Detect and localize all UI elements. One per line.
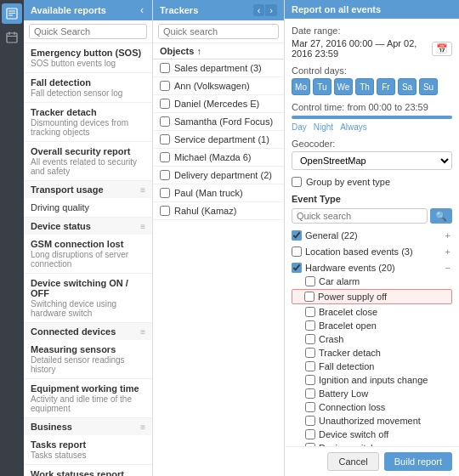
event-group-label: Hardware events (20) — [305, 263, 440, 273]
tracker-name: Daniel (Mercedes E) — [174, 99, 259, 109]
event-group-header: Hardware events (20)− — [292, 261, 452, 275]
day-btn-th[interactable]: Th — [355, 78, 374, 95]
report-item[interactable]: GSM connection lostLong disruptions of s… — [24, 235, 152, 274]
tracker-item[interactable]: Service department (1) — [153, 131, 284, 149]
trackers-search-input[interactable] — [158, 24, 279, 39]
available-reports-header: Available reports ‹ — [24, 0, 152, 20]
event-group: Location based events (3)+ — [292, 245, 452, 258]
reports-nav-icon[interactable] — [2, 3, 22, 24]
tracker-checkbox[interactable] — [160, 152, 170, 162]
tracker-name: Michael (Mazda 6) — [174, 152, 251, 162]
reports-search-input[interactable] — [29, 24, 147, 39]
group-by-event-row: Group by event type — [292, 177, 452, 187]
event-item-label: Ignition and inputs change — [319, 375, 428, 385]
event-group-expand-button[interactable]: + — [444, 230, 452, 241]
report-item[interactable]: Measuring sensorsDetailed sensor reading… — [24, 340, 152, 379]
report-item[interactable]: Device switching ON / OFFSwitching devic… — [24, 274, 152, 323]
event-item-checkbox[interactable] — [305, 375, 315, 385]
tracker-item[interactable]: Daniel (Mercedes E) — [153, 95, 284, 113]
report-item[interactable]: Tracker detachDismounting devices from t… — [24, 103, 152, 142]
geocoder-select[interactable]: OpenStreetMapGoogleYandex — [292, 151, 452, 170]
report-title: Measuring sensors — [31, 344, 145, 354]
section-icon: ≡ — [140, 422, 145, 432]
event-search-button[interactable]: 🔍 — [430, 208, 452, 224]
event-group-checkbox[interactable] — [292, 230, 302, 241]
report-item[interactable]: Equipment working timeActivity and idle … — [24, 379, 152, 418]
day-btn-we[interactable]: We — [334, 78, 353, 95]
tracker-checkbox[interactable] — [160, 99, 170, 109]
tracker-name: Samantha (Ford Focus) — [174, 116, 273, 127]
date-range-label: Date range: — [292, 26, 452, 36]
time-link-always[interactable]: Always — [340, 122, 367, 132]
tracker-item[interactable]: Paul (Man truck) — [153, 184, 284, 202]
event-item-checkbox[interactable] — [305, 348, 315, 358]
report-item[interactable]: Fall detectionFall detection sensor log — [24, 73, 152, 103]
tracker-checkbox[interactable] — [160, 170, 170, 180]
event-item-checkbox[interactable] — [305, 429, 315, 439]
section-header: Business≡ — [24, 418, 152, 435]
event-item-checkbox[interactable] — [305, 276, 315, 286]
cancel-button[interactable]: Cancel — [327, 452, 378, 471]
event-group-checkbox[interactable] — [292, 246, 302, 257]
section-icon: ≡ — [140, 222, 145, 231]
event-item-checkbox[interactable] — [305, 307, 315, 317]
report-title: Device switching ON / OFF — [31, 278, 145, 298]
event-group-label: Location based events (3) — [305, 246, 440, 257]
report-item[interactable]: Emergency button (SOS)SOS button events … — [24, 43, 152, 73]
tracker-checkbox[interactable] — [160, 63, 170, 73]
tracker-item[interactable]: Sales department (3) — [153, 60, 284, 77]
report-title: Overall security report — [31, 146, 145, 156]
event-item-checkbox[interactable] — [305, 334, 315, 344]
event-group-expand-button[interactable]: + — [444, 246, 452, 257]
event-item: Car alarm — [292, 275, 452, 288]
tracker-checkbox[interactable] — [160, 81, 170, 91]
tracker-item[interactable]: Delivery department (2) — [153, 167, 284, 184]
footer-buttons: Cancel Build report — [285, 446, 459, 476]
tracker-item[interactable]: Samantha (Ford Focus) — [153, 113, 284, 131]
section-label: Transport usage — [31, 184, 104, 195]
tracker-item[interactable]: Ann (Volkswagen) — [153, 77, 284, 95]
report-item[interactable]: Work statuses reportStatus changes histo… — [24, 465, 152, 476]
day-btn-su[interactable]: Su — [419, 78, 438, 95]
report-desc: Detailed sensor readings history — [31, 355, 145, 374]
trackers-next-button[interactable]: › — [265, 4, 277, 16]
simple-report-item[interactable]: Driving quality — [24, 198, 152, 218]
trackers-prev-button[interactable]: ‹ — [253, 4, 265, 16]
day-btn-sa[interactable]: Sa — [398, 78, 416, 95]
event-item: Unauthorized movement — [292, 414, 452, 428]
day-btn-mo[interactable]: Mo — [292, 78, 310, 95]
tracker-checkbox[interactable] — [160, 188, 170, 198]
report-item[interactable]: Tasks reportTasks statuses — [24, 435, 152, 465]
event-item-checkbox[interactable] — [305, 320, 315, 331]
time-link-day[interactable]: Day — [292, 122, 307, 132]
event-item-checkbox[interactable] — [304, 292, 314, 302]
tracker-item[interactable]: Michael (Mazda 6) — [153, 149, 284, 167]
day-btn-tu[interactable]: Tu — [313, 78, 332, 95]
time-link-night[interactable]: Night — [314, 122, 333, 132]
event-group-checkbox[interactable] — [292, 263, 302, 273]
day-btn-fr[interactable]: Fr — [377, 78, 395, 95]
time-slider[interactable] — [292, 116, 452, 119]
calendar-button[interactable]: 📅 — [432, 42, 452, 56]
collapse-panel-button[interactable]: ‹ — [139, 4, 145, 16]
event-search-input[interactable] — [292, 208, 428, 224]
event-item-checkbox[interactable] — [305, 416, 315, 426]
event-item-checkbox[interactable] — [305, 402, 315, 412]
group-by-event-checkbox[interactable] — [292, 177, 302, 187]
event-item: Fall detection — [292, 360, 452, 373]
report-settings-body: Date range: Mar 27, 2016 00:00 — Apr 02,… — [285, 19, 459, 446]
event-item-checkbox[interactable] — [305, 361, 315, 371]
report-title: Tracker detach — [31, 107, 145, 117]
tracker-checkbox[interactable] — [160, 134, 170, 144]
event-item: Crash — [292, 332, 452, 346]
tracker-checkbox[interactable] — [160, 116, 170, 127]
report-title: Work statuses report — [31, 469, 145, 476]
event-item-label: Car alarm — [319, 276, 360, 286]
tracker-checkbox[interactable] — [160, 206, 170, 216]
report-item[interactable]: Overall security reportAll events relate… — [24, 142, 152, 181]
event-group-expand-button[interactable]: − — [444, 263, 452, 273]
tracker-item[interactable]: Rahul (Kamaz) — [153, 202, 284, 220]
event-item-checkbox[interactable] — [305, 388, 315, 399]
schedule-nav-icon[interactable] — [2, 27, 22, 48]
build-report-button[interactable]: Build report — [384, 452, 452, 471]
